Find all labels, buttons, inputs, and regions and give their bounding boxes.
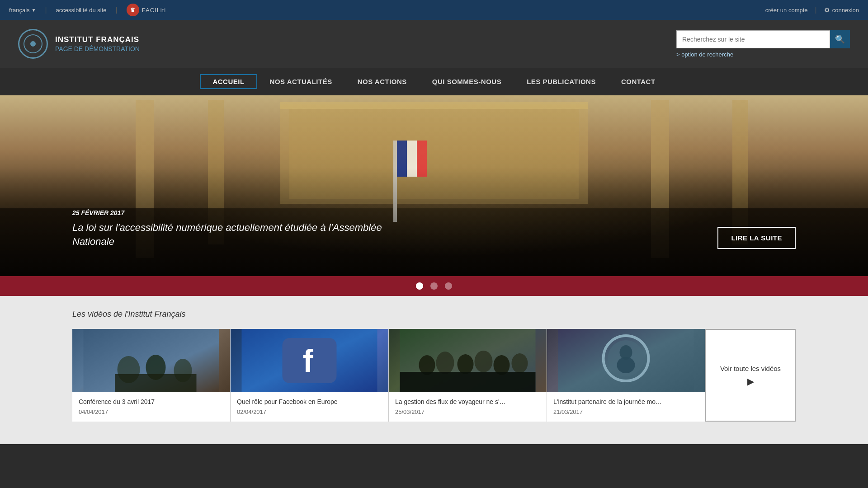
hero-date: 25 FÉVRIER 2017: [72, 209, 389, 216]
dot-1[interactable]: [416, 282, 423, 290]
top-bar-left: français ▼ | accessibilité du site | ♛ F…: [9, 4, 166, 16]
hero-content: 25 FÉVRIER 2017 La loi sur l'accessibili…: [72, 209, 796, 249]
nav-item-nos-actions[interactable]: NOS ACTIONS: [345, 74, 420, 89]
search-button[interactable]: 🔍: [830, 30, 850, 48]
video-thumb-1: [72, 329, 230, 392]
create-account-link[interactable]: créer un compte: [765, 7, 808, 14]
accessibility-link[interactable]: accessibilité du site: [56, 7, 107, 14]
video-thumbnail-image-1: [72, 329, 230, 392]
hero-section: 25 FÉVRIER 2017 La loi sur l'accessibili…: [0, 95, 868, 276]
svg-point-24: [458, 354, 474, 374]
video-label-4: L'institut partenaire de la journée mo…: [553, 398, 698, 406]
logo-area: INSTITUT FRANÇAIS PAGE DE DÉMONSTRATION: [18, 29, 140, 59]
connexion-icon: ⚙: [824, 6, 830, 14]
hero-title: La loi sur l'accessibilité numérique act…: [72, 221, 389, 249]
nav-item-accueil[interactable]: ACCUEIL: [200, 74, 257, 89]
hero-text: 25 FÉVRIER 2017 La loi sur l'accessibili…: [72, 209, 389, 249]
video-info-1: Conférence du 3 avril 2017 04/04/2017: [72, 392, 230, 422]
hero-read-more-button[interactable]: LIRE LA SUITE: [717, 227, 796, 249]
language-chevron: ▼: [32, 8, 36, 13]
language-label: français: [9, 7, 30, 14]
dot-2[interactable]: [430, 282, 438, 290]
top-bar-right: créer un compte | ⚙ connexion: [765, 6, 859, 14]
separator-1: |: [45, 6, 47, 14]
video-card-2[interactable]: f Quel rôle pour Facebook en Europe 02/0…: [231, 329, 389, 422]
logo-inner: [24, 34, 42, 53]
video-date-2: 02/04/2017: [237, 408, 382, 415]
header: INSTITUT FRANÇAIS PAGE DE DÉMONSTRATION …: [0, 20, 868, 68]
svg-point-25: [475, 351, 493, 372]
faciliti-badge[interactable]: ♛ FACILiti: [127, 4, 166, 16]
video-info-4: L'institut partenaire de la journée mo… …: [547, 392, 705, 422]
main-nav: ACCUEIL NOS ACTUALITÉS NOS ACTIONS QUI S…: [0, 68, 868, 95]
video-thumbnail-image-3: [389, 329, 547, 392]
faciliti-icon: ♛: [127, 4, 139, 16]
video-label-2: Quel rôle pour Facebook en Europe: [237, 398, 382, 406]
svg-text:f: f: [303, 343, 314, 379]
search-option-link[interactable]: > option de recherche: [676, 51, 850, 58]
video-thumbnail-image-2: f: [231, 329, 388, 392]
video-card-3[interactable]: La gestion des flux de voyageur ne s'… 2…: [389, 329, 547, 422]
nav-item-les-publications[interactable]: LES PUBLICATIONS: [514, 74, 609, 89]
video-info-3: La gestion des flux de voyageur ne s'… 2…: [389, 392, 547, 422]
dot-3[interactable]: [445, 282, 452, 290]
logo-dot: [30, 41, 36, 47]
svg-rect-17: [115, 374, 197, 392]
svg-point-27: [512, 353, 528, 373]
logo-subtitle: PAGE DE DÉMONSTRATION: [55, 45, 140, 52]
svg-point-33: [617, 357, 635, 373]
search-icon: 🔍: [835, 34, 845, 44]
nav-item-nos-actualites[interactable]: NOS ACTUALITÉS: [257, 74, 345, 89]
video-date-4: 21/03/2017: [553, 408, 698, 415]
see-all-label: Voir toute les vidéos: [720, 364, 781, 373]
see-all-arrow-icon: ▶: [747, 376, 754, 387]
slideshow-dots: [0, 276, 868, 296]
connexion-link[interactable]: ⚙ connexion: [824, 6, 859, 14]
nav-item-contact[interactable]: CONTACT: [609, 74, 668, 89]
separator-2: |: [116, 6, 118, 14]
search-input[interactable]: [676, 30, 830, 48]
video-thumb-4: [547, 329, 705, 392]
language-selector[interactable]: français ▼: [9, 7, 36, 14]
see-all-videos-button[interactable]: Voir toute les vidéos ▶: [705, 329, 796, 422]
video-card-4[interactable]: L'institut partenaire de la journée mo… …: [547, 329, 705, 422]
nav-item-qui-sommes-nous[interactable]: QUI SOMMES-NOUS: [420, 74, 514, 89]
video-label-3: La gestion des flux de voyageur ne s'…: [395, 398, 540, 406]
hero-overlay: [0, 95, 868, 276]
separator-3: |: [815, 6, 817, 14]
video-thumbnail-image-4: [547, 329, 705, 392]
top-bar: français ▼ | accessibilité du site | ♛ F…: [0, 0, 868, 20]
videos-grid: Conférence du 3 avril 2017 04/04/2017: [72, 329, 796, 422]
videos-section-title: Les vidéos de l'Institut Français: [72, 310, 796, 319]
video-info-2: Quel rôle pour Facebook en Europe 02/04/…: [231, 392, 388, 422]
video-card-1[interactable]: Conférence du 3 avril 2017 04/04/2017: [72, 329, 231, 422]
video-thumb-3: [389, 329, 547, 392]
video-date-3: 25/03/2017: [395, 408, 540, 415]
svg-point-23: [436, 352, 454, 374]
search-box: 🔍: [676, 30, 850, 48]
logo-circle: [18, 29, 48, 59]
logo-text: INSTITUT FRANÇAIS PAGE DE DÉMONSTRATION: [55, 35, 140, 52]
logo-title: INSTITUT FRANÇAIS: [55, 35, 140, 44]
video-thumb-2: f: [231, 329, 388, 392]
videos-section: Les vidéos de l'Institut Français: [0, 296, 868, 444]
search-area: 🔍 > option de recherche: [676, 30, 850, 58]
video-date-1: 04/04/2017: [79, 408, 224, 415]
connexion-label: connexion: [832, 7, 859, 14]
svg-rect-28: [400, 372, 536, 392]
video-label-1: Conférence du 3 avril 2017: [79, 398, 224, 406]
faciliti-label: FACILiti: [142, 7, 166, 14]
